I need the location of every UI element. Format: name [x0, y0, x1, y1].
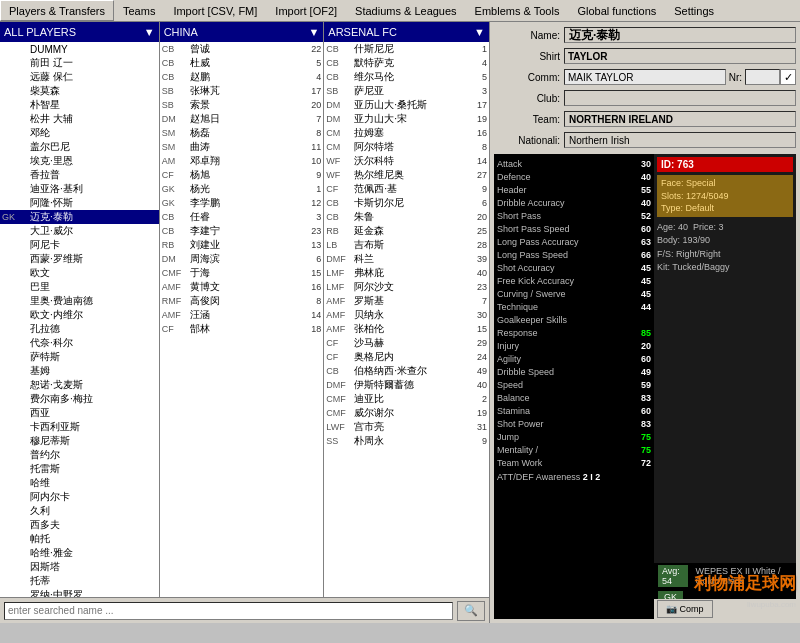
list-item[interactable]: 朴智星 — [0, 98, 159, 112]
china-header[interactable]: CHINA ▼ — [160, 22, 324, 42]
list-item[interactable]: SB索景20 — [160, 98, 324, 112]
list-item[interactable]: AM邓卓翔10 — [160, 154, 324, 168]
list-item[interactable]: DM赵旭日7 — [160, 112, 324, 126]
list-item[interactable]: SM曲涛11 — [160, 140, 324, 154]
list-item[interactable]: LMF弗林庇40 — [324, 266, 489, 280]
list-item[interactable]: 欧文 — [0, 266, 159, 280]
list-item[interactable]: AMF罗斯基7 — [324, 294, 489, 308]
list-item[interactable]: DMF科兰39 — [324, 252, 489, 266]
list-item[interactable]: 恕诺·戈麦斯 — [0, 378, 159, 392]
comp-button[interactable]: 📷 Comp — [657, 600, 713, 618]
list-item[interactable]: RB刘建业13 — [160, 238, 324, 252]
list-item[interactable]: 托雷斯 — [0, 462, 159, 476]
list-item[interactable]: CB什斯尼尼1 — [324, 42, 489, 56]
list-item[interactable]: CF奥格尼内24 — [324, 350, 489, 364]
menu-import-csv[interactable]: Import [CSV, FM] — [164, 0, 266, 21]
list-item[interactable]: 远藤 保仁 — [0, 70, 159, 84]
list-item[interactable]: CM拉姆塞16 — [324, 126, 489, 140]
list-item[interactable]: CMF于海15 — [160, 266, 324, 280]
list-item[interactable]: 萨特斯 — [0, 350, 159, 364]
list-item[interactable]: 普约尔 — [0, 448, 159, 462]
list-item[interactable]: CB赵鹏4 — [160, 70, 324, 84]
list-item[interactable]: 前田 辽一 — [0, 56, 159, 70]
list-item[interactable]: DM亚力山大·宋19 — [324, 112, 489, 126]
list-item[interactable]: SB张琳芃17 — [160, 84, 324, 98]
list-item[interactable]: 穆尼蒂斯 — [0, 434, 159, 448]
list-item[interactable]: 阿内尔卡 — [0, 490, 159, 504]
list-item[interactable]: CB默特萨克4 — [324, 56, 489, 70]
list-item[interactable]: RB延金森25 — [324, 224, 489, 238]
list-item[interactable]: DMF伊斯特爾蓄德40 — [324, 378, 489, 392]
list-item[interactable]: 孔拉德 — [0, 322, 159, 336]
list-item[interactable]: SS朴周永9 — [324, 434, 489, 448]
all-players-list[interactable]: DUMMY前田 辽一远藤 保仁柴莫森朴智星松井 大辅邓纶盖尔巴尼埃克·里恩香拉普… — [0, 42, 159, 597]
list-item[interactable]: CMF威尔谢尔19 — [324, 406, 489, 420]
list-item[interactable]: 西蒙·罗维斯 — [0, 252, 159, 266]
menu-players-transfers[interactable]: Players & Transfers — [0, 0, 114, 21]
list-item[interactable]: 邓纶 — [0, 126, 159, 140]
list-item[interactable]: GK迈克·泰勒 — [0, 210, 159, 224]
list-item[interactable]: SB萨尼亚3 — [324, 84, 489, 98]
list-item[interactable]: CB朱鲁20 — [324, 210, 489, 224]
menu-global[interactable]: Global functions — [568, 0, 665, 21]
list-item[interactable]: AMF贝纳永30 — [324, 308, 489, 322]
list-item[interactable]: 因斯塔 — [0, 560, 159, 574]
menu-teams[interactable]: Teams — [114, 0, 164, 21]
list-item[interactable]: CF郜林18 — [160, 322, 324, 336]
arsenal-header[interactable]: ARSENAL FC ▼ — [324, 22, 489, 42]
list-item[interactable]: 费尔南多·梅拉 — [0, 392, 159, 406]
list-item[interactable]: LB吉布斯28 — [324, 238, 489, 252]
list-item[interactable]: 迪亚洛·基利 — [0, 182, 159, 196]
list-item[interactable]: WF热尔维尼奥27 — [324, 168, 489, 182]
list-item[interactable]: CB杜威5 — [160, 56, 324, 70]
list-item[interactable]: CB卡斯切尔尼6 — [324, 196, 489, 210]
list-item[interactable]: 大卫·威尔 — [0, 224, 159, 238]
list-item[interactable]: 盖尔巴尼 — [0, 140, 159, 154]
list-item[interactable]: 哈维 — [0, 476, 159, 490]
list-item[interactable]: 里奥·费迪南德 — [0, 294, 159, 308]
arsenal-list[interactable]: CB什斯尼尼1CB默特萨克4CB维尔马伦5SB萨尼亚3DM亚历山大·桑托斯17D… — [324, 42, 489, 597]
list-item[interactable]: CF范佩西·基9 — [324, 182, 489, 196]
list-item[interactable]: CMF迪亚比2 — [324, 392, 489, 406]
list-item[interactable]: GK李学鹏12 — [160, 196, 324, 210]
menu-stadiums[interactable]: Stadiums & Leagues — [346, 0, 466, 21]
list-item[interactable]: 哈维·雅金 — [0, 546, 159, 560]
list-item[interactable]: 基姆 — [0, 364, 159, 378]
list-item[interactable]: LWF宫市亮31 — [324, 420, 489, 434]
all-players-header[interactable]: ALL PLAYERS ▼ — [0, 22, 159, 42]
list-item[interactable]: DM周海滨6 — [160, 252, 324, 266]
player-nr[interactable] — [745, 69, 780, 85]
list-item[interactable]: CB李建宁23 — [160, 224, 324, 238]
list-item[interactable]: AMF张柏伦15 — [324, 322, 489, 336]
menu-emblems[interactable]: Emblems & Tools — [466, 0, 569, 21]
list-item[interactable]: 巴里 — [0, 280, 159, 294]
menu-import-of2[interactable]: Import [OF2] — [266, 0, 346, 21]
list-item[interactable]: CB曾诚22 — [160, 42, 324, 56]
list-item[interactable]: GK杨光1 — [160, 182, 324, 196]
list-item[interactable]: CB伯格纳西·米查尔49 — [324, 364, 489, 378]
list-item[interactable]: 香拉普 — [0, 168, 159, 182]
list-item[interactable]: CM阿尔特塔8 — [324, 140, 489, 154]
comm-checkbox[interactable]: ✓ — [780, 69, 796, 85]
list-item[interactable]: CB维尔马伦5 — [324, 70, 489, 84]
list-item[interactable]: 卡西利亚斯 — [0, 420, 159, 434]
list-item[interactable]: AMF汪涵14 — [160, 308, 324, 322]
list-item[interactable]: 帕托 — [0, 532, 159, 546]
menu-settings[interactable]: Settings — [665, 0, 723, 21]
list-item[interactable]: CB任睿3 — [160, 210, 324, 224]
list-item[interactable]: 埃克·里恩 — [0, 154, 159, 168]
search-button[interactable]: 🔍 — [457, 601, 485, 621]
list-item[interactable]: 柴莫森 — [0, 84, 159, 98]
list-item[interactable]: CF沙马赫29 — [324, 336, 489, 350]
list-item[interactable]: LMF阿尔沙文23 — [324, 280, 489, 294]
list-item[interactable]: RMF高俊闵8 — [160, 294, 324, 308]
list-item[interactable]: WF沃尔科特14 — [324, 154, 489, 168]
player-comm[interactable]: MAIK TAYLOR — [564, 69, 726, 85]
china-list[interactable]: CB曾诚22CB杜威5CB赵鹏4SB张琳芃17SB索景20DM赵旭日7SM杨磊8… — [160, 42, 324, 597]
list-item[interactable]: 西多夫 — [0, 518, 159, 532]
list-item[interactable]: 罗纳·中野罗 — [0, 588, 159, 597]
list-item[interactable]: DUMMY — [0, 42, 159, 56]
list-item[interactable]: 欧文·内维尔 — [0, 308, 159, 322]
list-item[interactable]: CF杨旭9 — [160, 168, 324, 182]
list-item[interactable]: 阿尼卡 — [0, 238, 159, 252]
